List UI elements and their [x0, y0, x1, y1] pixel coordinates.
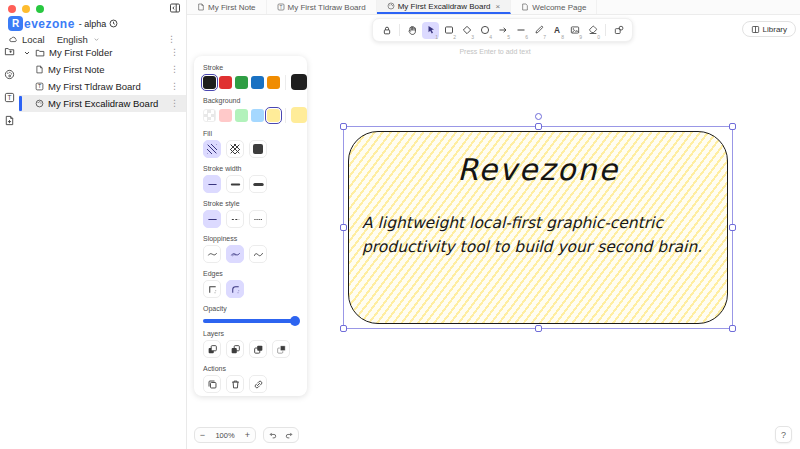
bring-to-front-button[interactable] [272, 340, 290, 358]
tree-item-note[interactable]: My First Note ⋮ [19, 61, 186, 78]
current-background-color[interactable] [291, 107, 307, 123]
library-button[interactable]: Library [742, 21, 796, 37]
chevron-down-icon[interactable] [23, 49, 31, 57]
close-tab-icon[interactable]: × [496, 2, 501, 11]
tab-label: My First Tldraw Board [288, 3, 366, 12]
selection-tool-button[interactable]: 1 [422, 22, 439, 39]
rectangle-tool-button[interactable]: 2 [440, 22, 457, 39]
stroke-color-swatch[interactable] [251, 76, 264, 89]
fill-solid-button[interactable] [249, 140, 267, 158]
arrow-tool-button[interactable]: 5 [494, 22, 511, 39]
close-window-button[interactable] [8, 5, 16, 13]
clock-icon[interactable] [109, 19, 118, 28]
eraser-tool-button[interactable]: 0 [584, 22, 601, 39]
zoom-in-button[interactable]: + [240, 430, 255, 440]
lock-tool-button[interactable] [378, 22, 395, 39]
ellipse-tool-button[interactable]: 4 [476, 22, 493, 39]
card-description-line2: productivity tool to build your second b… [362, 235, 714, 259]
delete-button[interactable] [226, 375, 244, 393]
item-menu-icon[interactable]: ⋮ [168, 82, 181, 91]
background-color-swatch[interactable] [235, 109, 248, 122]
more-tools-button[interactable] [610, 22, 627, 39]
resize-handle-sw[interactable] [340, 325, 347, 332]
undo-button[interactable] [264, 431, 281, 440]
collapse-sidebar-icon[interactable] [169, 2, 181, 14]
sidebar-menu-icon[interactable]: ⋮ [165, 35, 178, 44]
sloppiness-artist-button[interactable] [226, 245, 244, 263]
background-color-swatch[interactable] [203, 109, 216, 122]
tab-my-first-tldraw-board[interactable]: T My First Tldraw Board [267, 0, 377, 14]
logo-badge: R [8, 16, 23, 31]
stroke-width-extra-bold-button[interactable] [249, 175, 267, 193]
stroke-color-swatch[interactable] [235, 76, 248, 89]
minimize-window-button[interactable] [22, 5, 30, 13]
actions-section-label: Actions [203, 365, 298, 372]
background-color-swatch[interactable] [267, 109, 280, 122]
stroke-width-bold-button[interactable] [226, 175, 244, 193]
duplicate-button[interactable] [203, 375, 221, 393]
tree-item-tldraw[interactable]: T My First Tldraw Board ⋮ [19, 78, 186, 95]
stroke-style-solid-button[interactable] [203, 210, 221, 228]
fill-hachure-button[interactable] [203, 140, 221, 158]
stroke-width-thin-button[interactable] [203, 175, 221, 193]
resize-handle-s[interactable] [535, 325, 542, 332]
send-to-back-button[interactable] [203, 340, 221, 358]
sloppiness-cartoonist-button[interactable] [249, 245, 267, 263]
image-tool-button[interactable]: 9 [566, 22, 583, 39]
edges-round-button[interactable] [226, 280, 244, 298]
add-note-icon[interactable] [4, 115, 15, 126]
opacity-slider-knob[interactable] [290, 316, 300, 326]
resize-handle-nw[interactable] [340, 123, 347, 130]
stroke-color-swatch[interactable] [219, 76, 232, 89]
fill-cross-hatch-button[interactable] [226, 140, 244, 158]
stroke-color-swatch[interactable] [203, 76, 216, 89]
stroke-style-dotted-button[interactable] [249, 210, 267, 228]
resize-handle-n[interactable] [535, 123, 542, 130]
draw-tool-button[interactable]: 7 [530, 22, 547, 39]
help-button[interactable]: ? [775, 426, 792, 443]
tree-item-excalidraw[interactable]: My First Excalidraw Board ⋮ [19, 95, 186, 112]
revezone-card-shape[interactable]: Revezone A lightweight local-first graph… [348, 131, 728, 324]
resize-handle-e[interactable] [729, 224, 736, 231]
hand-tool-button[interactable] [404, 22, 421, 39]
add-tldraw-board-icon[interactable]: T [4, 92, 15, 103]
stroke-color-swatch[interactable] [267, 76, 280, 89]
maximize-window-button[interactable] [36, 5, 44, 13]
file-tree: My First Folder ⋮ My First Note ⋮ T My F… [19, 44, 186, 112]
tab-my-first-note[interactable]: My First Note [187, 0, 267, 14]
item-menu-icon[interactable]: ⋮ [168, 65, 181, 74]
send-backward-button[interactable] [226, 340, 244, 358]
zoom-level[interactable]: 100% [210, 431, 240, 440]
redo-button[interactable] [281, 431, 298, 440]
current-stroke-color[interactable] [291, 74, 307, 90]
sloppiness-architect-button[interactable] [203, 245, 221, 263]
line-tool-button[interactable]: 6 [512, 22, 529, 39]
diamond-tool-button[interactable]: 3 [458, 22, 475, 39]
bring-forward-button[interactable] [249, 340, 267, 358]
resize-handle-ne[interactable] [729, 123, 736, 130]
text-tool-button[interactable]: A 8 [548, 22, 565, 39]
edges-sharp-button[interactable] [203, 280, 221, 298]
stroke-style-dashed-button[interactable] [226, 210, 244, 228]
folder-menu-icon[interactable]: ⋮ [168, 48, 181, 57]
item-menu-icon[interactable]: ⋮ [168, 99, 181, 108]
opacity-slider[interactable] [203, 319, 296, 323]
link-button[interactable] [249, 375, 267, 393]
resize-handle-se[interactable] [729, 325, 736, 332]
tree-folder-row[interactable]: My First Folder ⋮ [19, 44, 186, 61]
zoom-out-button[interactable]: − [195, 430, 210, 440]
page-icon [521, 3, 529, 11]
background-swatches [203, 107, 298, 123]
background-color-swatch[interactable] [219, 109, 232, 122]
stroke-width-section-label: Stroke width [203, 165, 298, 172]
tab-my-first-excalidraw-board[interactable]: My First Excalidraw Board × [377, 0, 512, 14]
add-folder-icon[interactable] [4, 46, 15, 57]
tab-welcome-page[interactable]: Welcome Page [511, 0, 597, 14]
background-color-swatch[interactable] [251, 109, 264, 122]
rotate-handle[interactable] [535, 113, 542, 120]
resize-handle-w[interactable] [340, 224, 347, 231]
excalidraw-canvas[interactable]: 1 2 3 4 5 [187, 15, 800, 449]
tree-item-label: My First Note [48, 64, 104, 75]
add-excalidraw-board-icon[interactable] [4, 69, 15, 80]
tldraw-icon: T [277, 3, 285, 11]
